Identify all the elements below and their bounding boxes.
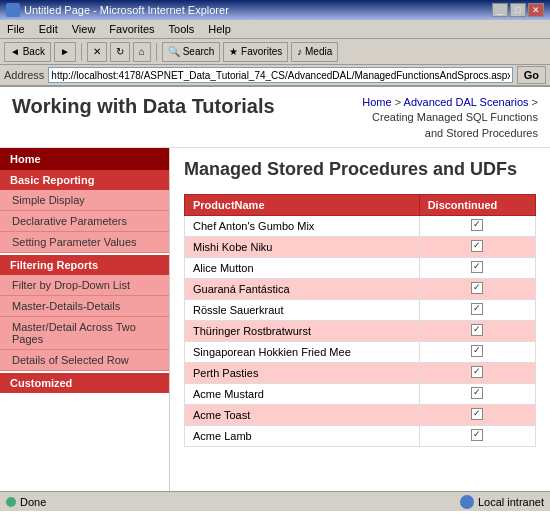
sidebar-item-simple-display[interactable]: Simple Display	[0, 190, 169, 211]
go-button[interactable]: Go	[517, 66, 546, 84]
back-button[interactable]: ◄ Back	[4, 42, 51, 62]
product-name-cell: Singaporean Hokkien Fried Mee	[185, 341, 420, 362]
sidebar-item-setting-parameter-values[interactable]: Setting Parameter Values	[0, 232, 169, 253]
product-name-cell: Thüringer Rostbratwurst	[185, 320, 420, 341]
table-row[interactable]: Mishi Kobe Niku	[185, 236, 536, 257]
zone-text: Local intranet	[478, 496, 544, 508]
checkbox-checked-icon	[471, 240, 483, 252]
search-button[interactable]: 🔍 Search	[162, 42, 220, 62]
breadcrumb-current: Creating Managed SQL Functions and Store…	[372, 111, 538, 138]
breadcrumb-sep2: >	[529, 96, 538, 108]
discontinued-cell	[419, 215, 535, 236]
col-header-product-name: ProductName	[185, 194, 420, 215]
sidebar-item-master-details[interactable]: Master-Details-Details	[0, 296, 169, 317]
table-row[interactable]: Thüringer Rostbratwurst	[185, 320, 536, 341]
table-row[interactable]: Perth Pasties	[185, 362, 536, 383]
product-name-cell: Perth Pasties	[185, 362, 420, 383]
window-controls: _ □ ✕	[492, 3, 544, 17]
discontinued-cell	[419, 383, 535, 404]
app-icon	[6, 3, 20, 17]
toolbar: ◄ Back ► ✕ ↻ ⌂ 🔍 Search ★ Favorites ♪ Me…	[0, 39, 550, 65]
table-row[interactable]: Singaporean Hokkien Fried Mee	[185, 341, 536, 362]
product-name-cell: Acme Mustard	[185, 383, 420, 404]
stop-button[interactable]: ✕	[87, 42, 107, 62]
menu-bar: File Edit View Favorites Tools Help	[0, 20, 550, 39]
discontinued-cell	[419, 257, 535, 278]
minimize-button[interactable]: _	[492, 3, 508, 17]
sidebar-item-master-detail-two-pages[interactable]: Master/Detail Across Two Pages	[0, 317, 169, 350]
table-row[interactable]: Acme Mustard	[185, 383, 536, 404]
menu-edit[interactable]: Edit	[36, 22, 61, 36]
address-bar: Address Go	[0, 65, 550, 87]
title-bar: Untitled Page - Microsoft Internet Explo…	[0, 0, 550, 20]
product-name-cell: Guaraná Fantástica	[185, 278, 420, 299]
media-button[interactable]: ♪ Media	[291, 42, 338, 62]
menu-view[interactable]: View	[69, 22, 99, 36]
col-header-discontinued: Discontinued	[419, 194, 535, 215]
home-button[interactable]: ⌂	[133, 42, 151, 62]
table-row[interactable]: Acme Toast	[185, 404, 536, 425]
breadcrumb-home[interactable]: Home	[362, 96, 391, 108]
checkbox-checked-icon	[471, 324, 483, 336]
table-row[interactable]: Acme Lamb	[185, 425, 536, 446]
sidebar-item-declarative-parameters[interactable]: Declarative Parameters	[0, 211, 169, 232]
forward-button[interactable]: ►	[54, 42, 76, 62]
favorites-button[interactable]: ★ Favorites	[223, 42, 288, 62]
content-title: Managed Stored Procedures and UDFs	[184, 158, 536, 181]
discontinued-cell	[419, 341, 535, 362]
status-text: Done	[20, 496, 46, 508]
sidebar-item-filter-dropdown[interactable]: Filter by Drop-Down List	[0, 275, 169, 296]
discontinued-cell	[419, 299, 535, 320]
product-name-cell: Acme Toast	[185, 404, 420, 425]
product-name-cell: Acme Lamb	[185, 425, 420, 446]
discontinued-cell	[419, 362, 535, 383]
status-bar: Done Local intranet	[0, 491, 550, 511]
checkbox-checked-icon	[471, 387, 483, 399]
checkbox-checked-icon	[471, 303, 483, 315]
sidebar-section-filtering-reports[interactable]: Filtering Reports	[0, 255, 169, 275]
discontinued-cell	[419, 320, 535, 341]
checkbox-checked-icon	[471, 408, 483, 420]
table-row[interactable]: Alice Mutton	[185, 257, 536, 278]
close-button[interactable]: ✕	[528, 3, 544, 17]
checkbox-checked-icon	[471, 219, 483, 231]
breadcrumb-sep1: >	[392, 96, 404, 108]
table-row[interactable]: Chef Anton's Gumbo Mix	[185, 215, 536, 236]
address-label: Address	[4, 69, 44, 81]
sidebar-item-details-selected-row[interactable]: Details of Selected Row	[0, 350, 169, 371]
discontinued-cell	[419, 404, 535, 425]
table-row[interactable]: Guaraná Fantástica	[185, 278, 536, 299]
sidebar: Home Basic Reporting Simple Display Decl…	[0, 148, 170, 491]
product-name-cell: Mishi Kobe Niku	[185, 236, 420, 257]
address-input[interactable]	[48, 67, 512, 83]
sidebar-section-customized[interactable]: Customized	[0, 373, 169, 393]
refresh-button[interactable]: ↻	[110, 42, 130, 62]
toolbar-separator2	[156, 43, 157, 61]
page-title: Working with Data Tutorials	[12, 95, 275, 118]
menu-help[interactable]: Help	[205, 22, 234, 36]
status-left: Done	[6, 496, 46, 508]
menu-favorites[interactable]: Favorites	[106, 22, 157, 36]
checkbox-checked-icon	[471, 282, 483, 294]
zone-icon	[460, 495, 474, 509]
breadcrumb-advanced-dal[interactable]: Advanced DAL Scenarios	[404, 96, 529, 108]
sidebar-section-basic-reporting[interactable]: Basic Reporting	[0, 170, 169, 190]
checkbox-checked-icon	[471, 366, 483, 378]
main-content: Managed Stored Procedures and UDFs Produ…	[170, 148, 550, 491]
discontinued-cell	[419, 425, 535, 446]
product-table: ProductName Discontinued Chef Anton's Gu…	[184, 194, 536, 447]
maximize-button[interactable]: □	[510, 3, 526, 17]
menu-tools[interactable]: Tools	[166, 22, 198, 36]
main-area: Working with Data Tutorials Home > Advan…	[0, 87, 550, 491]
sidebar-item-home[interactable]: Home	[0, 148, 169, 170]
menu-file[interactable]: File	[4, 22, 28, 36]
status-right: Local intranet	[460, 495, 544, 509]
checkbox-checked-icon	[471, 429, 483, 441]
toolbar-separator	[81, 43, 82, 61]
product-name-cell: Chef Anton's Gumbo Mix	[185, 215, 420, 236]
discontinued-cell	[419, 278, 535, 299]
status-indicator	[6, 497, 16, 507]
window-title: Untitled Page - Microsoft Internet Explo…	[24, 4, 229, 16]
table-row[interactable]: Rössle Sauerkraut	[185, 299, 536, 320]
breadcrumb: Home > Advanced DAL Scenarios > Creating…	[358, 95, 538, 141]
